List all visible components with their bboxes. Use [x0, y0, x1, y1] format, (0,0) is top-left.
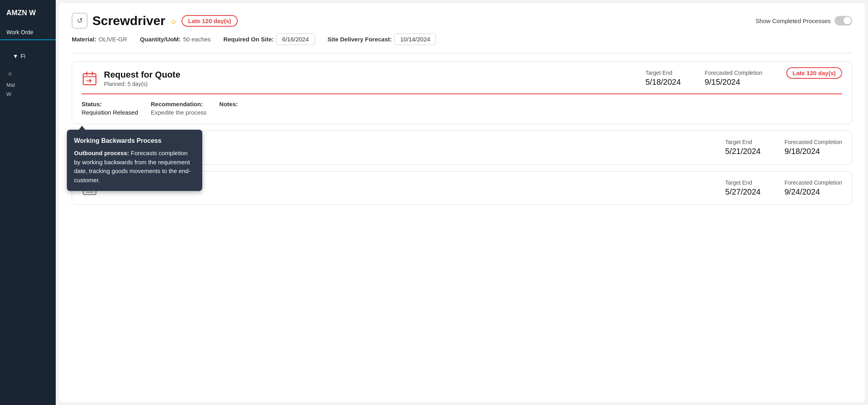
header-divider: [72, 53, 852, 53]
rfq-card-header: Request for Quote Planned: 5 day(s) Targ…: [82, 70, 842, 87]
in-transit-pdc-target-end-label: Target End: [725, 179, 760, 186]
warning-icon: ⬦: [170, 14, 177, 27]
required-on-site-label: Required On Site:: [223, 36, 274, 43]
rfq-icon: [82, 70, 98, 86]
rfq-notes-col: Notes:: [219, 101, 267, 116]
late-badge: Late 120 day(s): [182, 15, 237, 27]
show-completed-toggle-container: Show Completed Processes: [756, 16, 852, 25]
working-backwards-tooltip: Working Backwards Process Outbound proce…: [67, 130, 202, 191]
po-vf-target-end-label: Target End: [725, 139, 760, 145]
sidebar-item-work-orders[interactable]: Work Orde: [0, 25, 56, 40]
rfq-status-value: Requisition Released: [82, 109, 138, 116]
tooltip-label: Outbound process:: [74, 150, 129, 156]
rfq-dates: Target End 5/18/2024 Forecasted Completi…: [645, 70, 842, 87]
rfq-recommendation-value: Expedite the process: [151, 109, 207, 116]
po-vf-target-end-value: 5/21/2024: [725, 147, 760, 156]
rfq-name: Request for Quote: [104, 70, 639, 80]
back-button[interactable]: ↺: [72, 13, 88, 29]
in-transit-pdc-forecasted-label: Forecasted Completion: [784, 179, 842, 186]
rfq-late-badge: Late 120 day(s): [786, 70, 842, 77]
required-on-site-value: 6/16/2024: [276, 33, 315, 45]
site-delivery-forecast-label: Site Delivery Forecast:: [328, 36, 392, 43]
material-value: OLIVE-GR: [99, 36, 127, 43]
filter-button[interactable]: ▼ Fi: [6, 50, 32, 62]
collapse-chevron[interactable]: ▲: [0, 66, 56, 80]
rfq-info: Request for Quote Planned: 5 day(s): [104, 70, 639, 87]
quantity-item: Quantity/UoM: 50 eaches: [140, 36, 211, 43]
rfq-forecasted-value: 9/15/2024: [705, 78, 762, 87]
po-vf-forecasted-value: 9/18/2024: [784, 147, 842, 156]
tooltip-body: Outbound process: Forecasts completion b…: [74, 149, 195, 185]
in-transit-pdc-target-end-value: 5/27/2024: [725, 187, 760, 197]
in-transit-pdc-target-end: Target End 5/27/2024: [725, 179, 760, 197]
po-vf-dates: Target End 5/21/2024 Forecasted Completi…: [725, 139, 842, 156]
po-vf-target-end: Target End 5/21/2024: [725, 139, 760, 156]
back-icon: ↺: [77, 16, 83, 25]
rfq-notes-label: Notes:: [219, 101, 267, 107]
po-vf-forecasted-label: Forecasted Completion: [784, 139, 842, 145]
rfq-forecasted-completion: Forecasted Completion 9/15/2024: [705, 70, 762, 87]
rfq-recommendation-col: Recommendation: Expedite the process: [151, 101, 207, 116]
rfq-planned: Planned: 5 day(s): [104, 81, 639, 87]
tooltip-title: Working Backwards Process: [74, 136, 195, 146]
rfq-recommendation-label: Recommendation:: [151, 101, 207, 107]
rfq-card-divider: [82, 93, 842, 94]
main-content: ↺ Screwdriver ⬦ Late 120 day(s) Show Com…: [56, 0, 868, 405]
in-transit-pdc-forecasted-completion: Forecasted Completion 9/24/2024: [784, 179, 842, 197]
in-transit-pdc-forecasted-value: 9/24/2024: [784, 187, 842, 197]
panel-header-left: ↺ Screwdriver ⬦ Late 120 day(s): [72, 13, 238, 29]
site-delivery-forecast-item: Site Delivery Forecast: 10/14/2024: [328, 33, 436, 45]
rfq-status-col: Status: Requisition Released: [82, 101, 138, 116]
material-label: Material:: [72, 36, 96, 43]
sidebar-logo: AMZN W: [0, 5, 56, 25]
rfq-card: Request for Quote Planned: 5 day(s) Targ…: [72, 61, 852, 124]
metadata-row: Material: OLIVE-GR Quantity/UoM: 50 each…: [72, 33, 852, 45]
sidebar: AMZN W Work Orde ▼ Fi ▲ Mat W: [0, 0, 56, 405]
filter-icon: ▼: [13, 53, 18, 59]
panel-header: ↺ Screwdriver ⬦ Late 120 day(s) Show Com…: [72, 13, 852, 29]
toggle-knob: [843, 17, 851, 25]
filter-section: ▼ Fi ▲ Mat W: [0, 40, 56, 105]
rfq-target-end-label: Target End: [645, 70, 681, 76]
material-item: Material: OLIVE-GR: [72, 36, 127, 43]
detail-panel: ↺ Screwdriver ⬦ Late 120 day(s) Show Com…: [59, 3, 865, 402]
po-vf-forecasted-completion: Forecasted Completion 9/18/2024: [784, 139, 842, 156]
rfq-target-end: Target End 5/18/2024: [645, 70, 681, 87]
site-delivery-forecast-value: 10/14/2024: [394, 33, 436, 45]
rfq-target-end-value: 5/18/2024: [645, 78, 681, 87]
work-label: W: [0, 90, 56, 99]
quantity-value: 50 eaches: [183, 36, 211, 43]
rfq-forecasted-label: Forecasted Completion: [705, 70, 762, 76]
page-title: Screwdriver: [92, 14, 165, 28]
rfq-late-badge-text: Late 120 day(s): [786, 67, 842, 79]
in-transit-pdc-dates: Target End 5/27/2024 Forecasted Completi…: [725, 179, 842, 197]
mat-label: Mat: [0, 80, 56, 90]
rfq-detail-row: Status: Requisition Released Recommendat…: [82, 101, 842, 116]
required-on-site-item: Required On Site: 6/16/2024: [223, 33, 315, 45]
quantity-label: Quantity/UoM:: [140, 36, 181, 43]
show-completed-label: Show Completed Processes: [756, 18, 831, 24]
show-completed-toggle[interactable]: [835, 16, 852, 25]
rfq-status-label: Status:: [82, 101, 138, 107]
